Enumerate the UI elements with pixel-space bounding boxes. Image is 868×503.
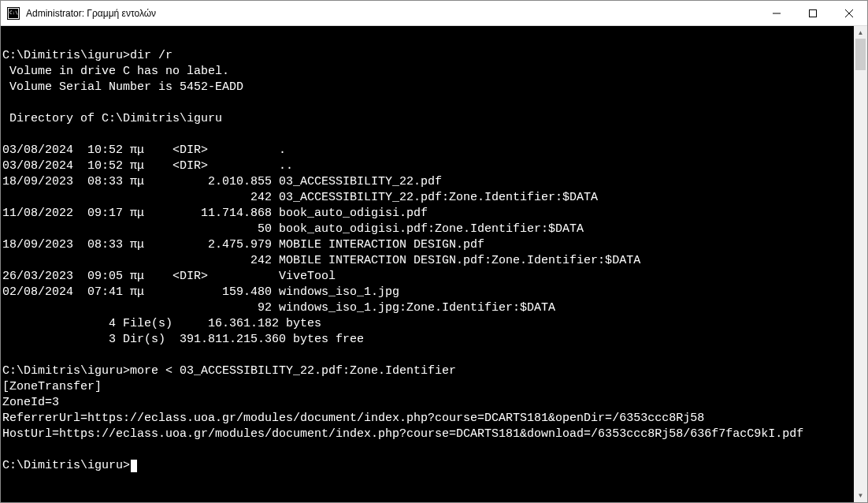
scroll-down-arrow[interactable]: ▼ xyxy=(854,489,867,502)
cmd-icon: C:\ xyxy=(7,7,20,20)
terminal-output[interactable]: C:\Dimitris\iguru>dir /r Volume in drive… xyxy=(1,26,854,502)
svg-text:C:\: C:\ xyxy=(9,9,18,15)
scrollbar-thumb[interactable] xyxy=(855,39,866,70)
svg-rect-5 xyxy=(810,9,817,17)
cmd-window: C:\ Administrator: Γραμμή εντολών C:\Dim… xyxy=(0,0,868,503)
close-button[interactable] xyxy=(831,1,867,25)
scroll-up-arrow[interactable]: ▲ xyxy=(854,26,867,39)
titlebar[interactable]: C:\ Administrator: Γραμμή εντολών xyxy=(1,1,867,26)
vertical-scrollbar[interactable]: ▲ ▼ xyxy=(854,26,867,502)
window-title: Administrator: Γραμμή εντολών xyxy=(26,8,759,19)
maximize-button[interactable] xyxy=(795,1,831,25)
window-controls xyxy=(759,1,867,25)
terminal-area: C:\Dimitris\iguru>dir /r Volume in drive… xyxy=(1,26,867,502)
minimize-button[interactable] xyxy=(759,1,795,25)
